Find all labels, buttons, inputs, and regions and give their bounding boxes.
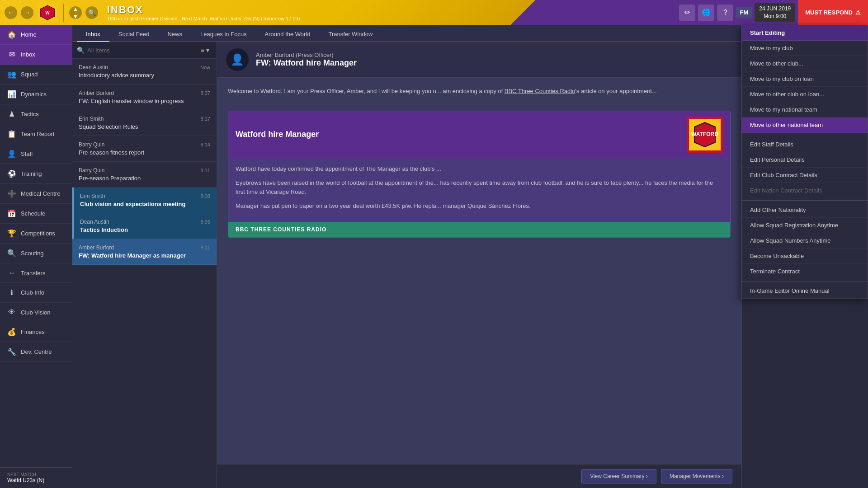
sidebar-item-squad[interactable]: 👥 Squad <box>0 65 72 84</box>
sidebar-item-competitions[interactable]: 🏆 Competitions <box>0 224 72 244</box>
list-item[interactable]: Barry Quin 8:11 Pre-season Preparation <box>72 162 217 188</box>
sidebar-item-club-info[interactable]: ℹ Club Info <box>0 283 72 303</box>
msg-sender: Dean Austin <box>79 64 108 70</box>
msg-subject: Introductory advice summary <box>79 72 210 79</box>
sidebar-item-medical[interactable]: ➕ Medical Centre <box>0 184 72 204</box>
message-body: Welcome to Watford. I am your Press Offi… <box>217 78 741 111</box>
finances-icon: 💰 <box>7 328 16 336</box>
inbox-icon: ✉ <box>7 50 16 59</box>
article-title-area: Watford hire Manager <box>236 130 319 139</box>
ctx-move-to-other-national-team[interactable]: Move to other national team <box>742 117 868 133</box>
tab-news[interactable]: News <box>158 27 191 42</box>
msg-header: Erin Smith 8:08 <box>80 193 210 199</box>
ctx-move-to-other-club[interactable]: Move to other club... <box>742 56 868 71</box>
sidebar-item-scouting[interactable]: 🔍 Scouting <box>0 244 72 263</box>
sidebar-item-team-report[interactable]: 📋 Team Report <box>0 124 72 144</box>
ctx-allow-squad-numbers[interactable]: Allow Squad Numbers Anytime <box>742 233 868 249</box>
msg-time: 8:17 <box>201 116 210 122</box>
must-respond-label: MUST RESPOND <box>805 9 853 16</box>
top-bar: ← → W ▲▼ 🔍 INBOX 18th in English Premier… <box>0 0 868 25</box>
ctx-move-to-my-club[interactable]: Move to my club <box>742 41 868 56</box>
date-box: 24 JUN 2019 Mon 9:00 <box>755 3 795 22</box>
sidebar-item-label: Inbox <box>21 51 35 58</box>
ctx-edit-staff-details[interactable]: Edit Staff Details <box>742 137 868 152</box>
sidebar-item-label: Finances <box>21 328 45 335</box>
list-item[interactable]: Barry Quin 8:14 Pre-season fitness repor… <box>72 136 217 162</box>
tab-leagues-in-focus[interactable]: Leagues in Focus <box>191 27 256 42</box>
filter-button[interactable]: ≡ ▾ <box>198 46 212 55</box>
sidebar-bottom: NEXT MATCH Watfd U23s (N) <box>0 467 72 488</box>
sidebar-item-label: Training <box>21 170 42 177</box>
ctx-edit-club-contract-details[interactable]: Edit Club Contract Details <box>742 168 868 183</box>
sidebar-item-inbox[interactable]: ✉ Inbox <box>0 45 72 65</box>
sidebar-item-label: Schedule <box>21 210 45 217</box>
help-icon-btn[interactable]: ? <box>717 5 733 21</box>
sidebar-item-dynamics[interactable]: 📊 Dynamics <box>0 84 72 104</box>
search-btn[interactable]: 🔍 <box>85 6 98 19</box>
search-bar: 🔍 ≡ ▾ <box>72 42 217 59</box>
article-title: Watford hire Manager <box>236 130 319 139</box>
ctx-in-game-editor-manual[interactable]: In-Game Editor Online Manual <box>742 283 868 299</box>
message-intro: Welcome to Watford. I am your Press Offi… <box>228 87 731 96</box>
ctx-edit-personal-details[interactable]: Edit Personal Details <box>742 152 868 168</box>
ctx-move-to-my-club-on-loan[interactable]: Move to my club on loan <box>742 71 868 87</box>
ctx-terminate-contract[interactable]: Terminate Contract <box>742 264 868 279</box>
svg-text:WATFORD: WATFORD <box>691 131 718 137</box>
sidebar-item-label: Scouting <box>21 250 44 257</box>
msg-time: 8:11 <box>201 168 210 173</box>
sidebar-item-transfers[interactable]: ↔ Transfers <box>0 263 72 283</box>
ctx-move-to-my-national-team[interactable]: Move to my national team <box>742 102 868 117</box>
club-emblem: W <box>37 2 57 23</box>
sidebar-item-label: Home <box>21 31 37 38</box>
msg-sender: Amber Burford <box>79 244 114 251</box>
list-item[interactable]: Erin Smith 8:08 Club vision and expectat… <box>72 188 217 213</box>
staff-icon: 👤 <box>7 150 16 158</box>
msg-time: 8:08 <box>201 193 210 199</box>
msg-subject: Tactics Induction <box>80 226 210 233</box>
dropdown-btn[interactable]: ▲▼ <box>69 6 82 19</box>
search-input[interactable] <box>87 47 195 54</box>
list-item[interactable]: Erin Smith 8:17 Squad Selection Rules <box>72 110 217 136</box>
top-bar-left: ← → W ▲▼ 🔍 <box>0 2 103 23</box>
dev-centre-icon: 🔧 <box>7 347 16 356</box>
msg-sender: Erin Smith <box>79 116 104 122</box>
globe-icon-btn[interactable]: 🌐 <box>698 5 714 21</box>
sidebar-item-finances[interactable]: 💰 Finances <box>0 322 72 342</box>
sidebar-item-dev-centre[interactable]: 🔧 Dev. Centre <box>0 342 72 362</box>
tab-around-the-world[interactable]: Around the World <box>256 27 320 42</box>
ctx-become-unsackable[interactable]: Become Unsackable <box>742 249 868 264</box>
edit-icon-btn[interactable]: ✏ <box>679 5 695 21</box>
tab-social-feed[interactable]: Social Feed <box>109 27 159 42</box>
date-text: 24 JUN 2019 <box>759 5 791 13</box>
ctx-add-other-nationality[interactable]: Add Other Nationality <box>742 202 868 218</box>
sidebar-item-club-vision[interactable]: 👁 Club Vision <box>0 303 72 322</box>
sidebar-item-label: Competitions <box>21 230 55 237</box>
message-content-panel: 👤 Amber Burford (Press Officer) FW: Watf… <box>217 42 741 488</box>
sidebar-item-training[interactable]: ⚽ Training <box>0 164 72 184</box>
article-box: Watford hire Manager WATFORD Watford hav… <box>228 111 731 238</box>
back-button[interactable]: ← <box>5 6 17 19</box>
list-item[interactable]: Dean Austin 8:05 Tactics Induction <box>72 213 217 239</box>
ctx-allow-squad-registration[interactable]: Allow Squad Registration Anytime <box>742 218 868 233</box>
tab-inbox[interactable]: Inbox <box>77 27 109 42</box>
must-respond-button[interactable]: MUST RESPOND ⚠ <box>798 0 868 25</box>
message-info: Amber Burford (Press Officer) FW: Watfor… <box>256 52 357 68</box>
forward-button[interactable]: → <box>21 6 33 19</box>
fm-logo: FM <box>736 7 752 18</box>
sidebar-item-home[interactable]: 🏠 Home <box>0 25 72 45</box>
sidebar-item-label: Tactics <box>21 111 39 117</box>
ctx-move-to-other-club-on-loan[interactable]: Move to other club on loan... <box>742 87 868 102</box>
manager-movements-button[interactable]: Manager Movements › <box>661 469 732 483</box>
sidebar-item-schedule[interactable]: 📅 Schedule <box>0 204 72 224</box>
list-item[interactable]: Amber Burford 8:01 FW: Watford hire Mana… <box>72 239 217 265</box>
view-career-summary-button[interactable]: View Career Summary › <box>581 469 656 483</box>
sidebar: 🏠 Home ✉ Inbox 👥 Squad 📊 Dynamics ♟ Tact… <box>0 25 72 488</box>
sidebar-item-tactics[interactable]: ♟ Tactics <box>0 104 72 124</box>
club-vision-icon: 👁 <box>7 308 16 316</box>
ctx-start-editing[interactable]: Start Editing <box>742 25 868 41</box>
list-item[interactable]: Amber Burford 8:37 FW: English transfer … <box>72 84 217 110</box>
list-item[interactable]: Dean Austin Now Introductory advice summ… <box>72 59 217 84</box>
time-text: Mon 9:00 <box>759 13 791 20</box>
tab-transfer-window[interactable]: Transfer Window <box>320 27 382 42</box>
sidebar-item-staff[interactable]: 👤 Staff <box>0 144 72 164</box>
